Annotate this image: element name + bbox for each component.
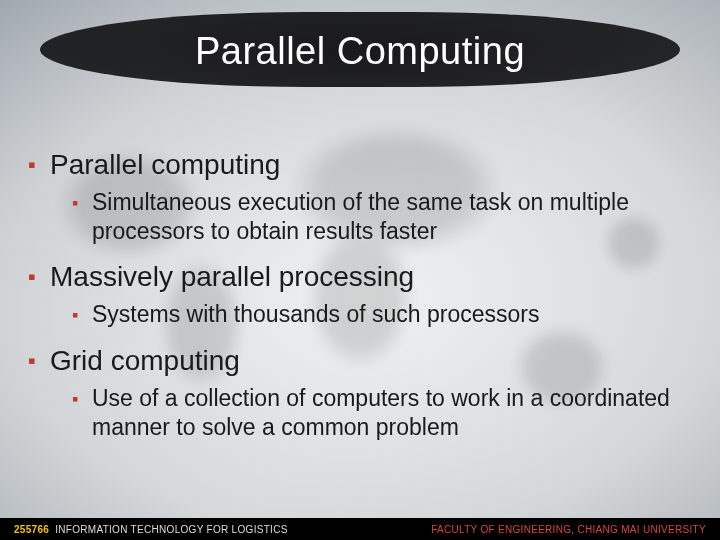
footer-bar: 255766 INFORMATION TECHNOLOGY FOR LOGIST… [0,518,720,540]
bullet-icon: ▪ [28,148,50,182]
list-item: ▪ Grid computing [28,344,686,378]
content-area: ▪ Parallel computing ▪ Simultaneous exec… [28,148,686,456]
bullet-icon: ▪ [72,384,92,414]
bullet-text: Use of a collection of computers to work… [92,384,686,442]
list-item: ▪ Simultaneous execution of the same tas… [72,188,686,246]
faculty-label: FACULTY OF ENGINEERING, CHIANG MAI UNIVE… [431,524,706,535]
slide: Parallel Computing ▪ Parallel computing … [0,0,720,540]
course-code: 255766 [14,524,49,535]
bullet-icon: ▪ [72,300,92,330]
list-item: ▪ Parallel computing [28,148,686,182]
footer-left: 255766 INFORMATION TECHNOLOGY FOR LOGIST… [14,524,288,535]
list-item: ▪ Systems with thousands of such process… [72,300,686,330]
bullet-text: Systems with thousands of such processor… [92,300,539,329]
title-container: Parallel Computing [40,12,680,87]
bullet-icon: ▪ [28,344,50,378]
bullet-text: Grid computing [50,344,240,378]
list-item: ▪ Massively parallel processing [28,260,686,294]
bullet-text: Parallel computing [50,148,280,182]
list-item: ▪ Use of a collection of computers to wo… [72,384,686,442]
bullet-text: Massively parallel processing [50,260,414,294]
bullet-icon: ▪ [28,260,50,294]
bullet-icon: ▪ [72,188,92,218]
bullet-text: Simultaneous execution of the same task … [92,188,686,246]
course-name: INFORMATION TECHNOLOGY FOR LOGISTICS [55,524,288,535]
slide-title: Parallel Computing [40,30,680,73]
